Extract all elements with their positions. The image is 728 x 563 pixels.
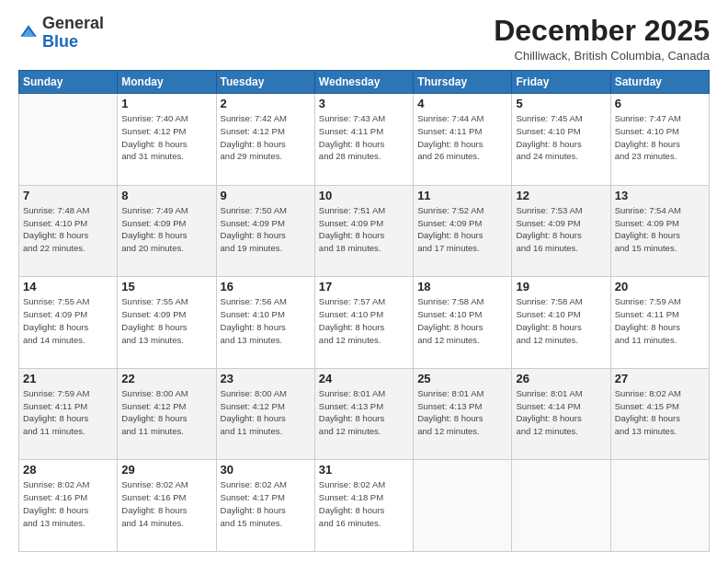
calendar-header-tuesday: Tuesday <box>216 71 314 94</box>
day-info: Sunrise: 7:59 AMSunset: 4:11 PMDaylight:… <box>615 295 705 346</box>
day-number: 28 <box>23 463 113 477</box>
day-info: Sunrise: 7:48 AMSunset: 4:10 PMDaylight:… <box>23 204 113 255</box>
calendar-cell: 10Sunrise: 7:51 AMSunset: 4:09 PMDayligh… <box>314 185 413 277</box>
day-info: Sunrise: 7:40 AMSunset: 4:12 PMDaylight:… <box>121 112 211 163</box>
day-info: Sunrise: 8:01 AMSunset: 4:13 PMDaylight:… <box>319 387 409 438</box>
day-info: Sunrise: 7:43 AMSunset: 4:11 PMDaylight:… <box>319 112 409 163</box>
calendar-cell <box>19 94 118 186</box>
day-number: 29 <box>121 463 211 477</box>
day-number: 17 <box>319 280 409 293</box>
calendar-cell: 15Sunrise: 7:55 AMSunset: 4:09 PMDayligh… <box>118 277 216 369</box>
day-info: Sunrise: 8:02 AMSunset: 4:16 PMDaylight:… <box>121 478 211 529</box>
day-info: Sunrise: 8:01 AMSunset: 4:14 PMDaylight:… <box>516 387 606 438</box>
calendar-week-row: 14Sunrise: 7:55 AMSunset: 4:09 PMDayligh… <box>19 277 710 369</box>
calendar-cell: 20Sunrise: 7:59 AMSunset: 4:11 PMDayligh… <box>610 277 709 369</box>
calendar-week-row: 1Sunrise: 7:40 AMSunset: 4:12 PMDaylight… <box>19 94 710 186</box>
day-number: 6 <box>615 97 705 110</box>
month-title: December 2025 <box>494 15 710 47</box>
calendar-cell: 13Sunrise: 7:54 AMSunset: 4:09 PMDayligh… <box>610 185 709 277</box>
day-info: Sunrise: 8:00 AMSunset: 4:12 PMDaylight:… <box>121 387 211 438</box>
day-number: 8 <box>121 189 211 202</box>
day-number: 5 <box>516 97 606 110</box>
calendar-header-saturday: Saturday <box>610 71 709 94</box>
day-info: Sunrise: 8:02 AMSunset: 4:18 PMDaylight:… <box>319 478 409 529</box>
day-info: Sunrise: 7:56 AMSunset: 4:10 PMDaylight:… <box>221 295 311 346</box>
calendar-week-row: 21Sunrise: 7:59 AMSunset: 4:11 PMDayligh… <box>19 368 710 460</box>
calendar-cell: 26Sunrise: 8:01 AMSunset: 4:14 PMDayligh… <box>512 368 610 460</box>
calendar-cell: 14Sunrise: 7:55 AMSunset: 4:09 PMDayligh… <box>19 277 118 369</box>
calendar-cell: 7Sunrise: 7:48 AMSunset: 4:10 PMDaylight… <box>19 185 118 277</box>
day-number: 10 <box>319 189 409 202</box>
day-number: 18 <box>417 280 507 293</box>
day-number: 31 <box>319 463 409 477</box>
day-info: Sunrise: 8:02 AMSunset: 4:17 PMDaylight:… <box>221 478 311 529</box>
day-info: Sunrise: 7:55 AMSunset: 4:09 PMDaylight:… <box>23 295 113 346</box>
day-info: Sunrise: 7:59 AMSunset: 4:11 PMDaylight:… <box>23 387 113 438</box>
day-number: 25 <box>417 372 507 385</box>
day-number: 15 <box>121 280 211 293</box>
day-info: Sunrise: 8:02 AMSunset: 4:15 PMDaylight:… <box>615 387 705 438</box>
day-number: 16 <box>221 280 311 293</box>
calendar-cell: 1Sunrise: 7:40 AMSunset: 4:12 PMDaylight… <box>118 94 216 186</box>
calendar-header-sunday: Sunday <box>19 71 118 94</box>
calendar-week-row: 28Sunrise: 8:02 AMSunset: 4:16 PMDayligh… <box>19 460 710 552</box>
day-number: 1 <box>121 97 211 110</box>
day-info: Sunrise: 8:02 AMSunset: 4:16 PMDaylight:… <box>23 478 113 529</box>
day-info: Sunrise: 7:58 AMSunset: 4:10 PMDaylight:… <box>417 295 507 346</box>
calendar-cell: 30Sunrise: 8:02 AMSunset: 4:17 PMDayligh… <box>216 460 314 552</box>
day-info: Sunrise: 8:01 AMSunset: 4:13 PMDaylight:… <box>417 387 507 438</box>
day-number: 11 <box>417 189 507 202</box>
calendar-cell: 22Sunrise: 8:00 AMSunset: 4:12 PMDayligh… <box>118 368 216 460</box>
day-info: Sunrise: 7:54 AMSunset: 4:09 PMDaylight:… <box>615 204 705 255</box>
calendar-header-thursday: Thursday <box>414 71 512 94</box>
day-number: 7 <box>23 189 113 202</box>
calendar-header-row: SundayMondayTuesdayWednesdayThursdayFrid… <box>19 71 710 94</box>
day-number: 13 <box>615 189 705 202</box>
day-number: 23 <box>221 372 311 385</box>
logo-general: General <box>42 14 104 32</box>
day-number: 24 <box>319 372 409 385</box>
calendar-cell: 2Sunrise: 7:42 AMSunset: 4:12 PMDaylight… <box>216 94 314 186</box>
day-number: 12 <box>516 189 606 202</box>
calendar-cell: 5Sunrise: 7:45 AMSunset: 4:10 PMDaylight… <box>512 94 610 186</box>
day-info: Sunrise: 7:47 AMSunset: 4:10 PMDaylight:… <box>615 112 705 163</box>
calendar-table: SundayMondayTuesdayWednesdayThursdayFrid… <box>18 70 710 552</box>
day-number: 21 <box>23 372 113 385</box>
day-number: 20 <box>615 280 705 293</box>
calendar-cell: 28Sunrise: 8:02 AMSunset: 4:16 PMDayligh… <box>19 460 118 552</box>
calendar-cell: 31Sunrise: 8:02 AMSunset: 4:18 PMDayligh… <box>314 460 413 552</box>
calendar-cell: 4Sunrise: 7:44 AMSunset: 4:11 PMDaylight… <box>414 94 512 186</box>
calendar-cell: 24Sunrise: 8:01 AMSunset: 4:13 PMDayligh… <box>314 368 413 460</box>
location: Chilliwack, British Columbia, Canada <box>494 49 710 63</box>
header: General Blue December 2025 Chilliwack, B… <box>18 15 710 63</box>
calendar-cell <box>512 460 610 552</box>
logo: General Blue <box>18 15 104 52</box>
day-number: 22 <box>121 372 211 385</box>
calendar-cell: 21Sunrise: 7:59 AMSunset: 4:11 PMDayligh… <box>19 368 118 460</box>
day-number: 30 <box>221 463 311 477</box>
day-info: Sunrise: 7:55 AMSunset: 4:09 PMDaylight:… <box>121 295 211 346</box>
day-info: Sunrise: 7:44 AMSunset: 4:11 PMDaylight:… <box>417 112 507 163</box>
day-info: Sunrise: 7:58 AMSunset: 4:10 PMDaylight:… <box>516 295 606 346</box>
day-number: 26 <box>516 372 606 385</box>
calendar-cell: 17Sunrise: 7:57 AMSunset: 4:10 PMDayligh… <box>314 277 413 369</box>
calendar-cell: 16Sunrise: 7:56 AMSunset: 4:10 PMDayligh… <box>216 277 314 369</box>
day-info: Sunrise: 8:00 AMSunset: 4:12 PMDaylight:… <box>221 387 311 438</box>
logo-blue: Blue <box>42 32 78 51</box>
calendar-header-monday: Monday <box>118 71 216 94</box>
calendar-header-friday: Friday <box>512 71 610 94</box>
calendar-cell: 6Sunrise: 7:47 AMSunset: 4:10 PMDaylight… <box>610 94 709 186</box>
calendar-cell: 29Sunrise: 8:02 AMSunset: 4:16 PMDayligh… <box>118 460 216 552</box>
calendar-cell: 9Sunrise: 7:50 AMSunset: 4:09 PMDaylight… <box>216 185 314 277</box>
calendar-cell: 19Sunrise: 7:58 AMSunset: 4:10 PMDayligh… <box>512 277 610 369</box>
day-number: 3 <box>319 97 409 110</box>
calendar-cell: 3Sunrise: 7:43 AMSunset: 4:11 PMDaylight… <box>314 94 413 186</box>
calendar-header-wednesday: Wednesday <box>314 71 413 94</box>
day-info: Sunrise: 7:51 AMSunset: 4:09 PMDaylight:… <box>319 204 409 255</box>
day-number: 27 <box>615 372 705 385</box>
day-number: 9 <box>221 189 311 202</box>
calendar-cell: 18Sunrise: 7:58 AMSunset: 4:10 PMDayligh… <box>414 277 512 369</box>
calendar-cell: 25Sunrise: 8:01 AMSunset: 4:13 PMDayligh… <box>414 368 512 460</box>
page: General Blue December 2025 Chilliwack, B… <box>0 0 728 563</box>
calendar-cell: 27Sunrise: 8:02 AMSunset: 4:15 PMDayligh… <box>610 368 709 460</box>
